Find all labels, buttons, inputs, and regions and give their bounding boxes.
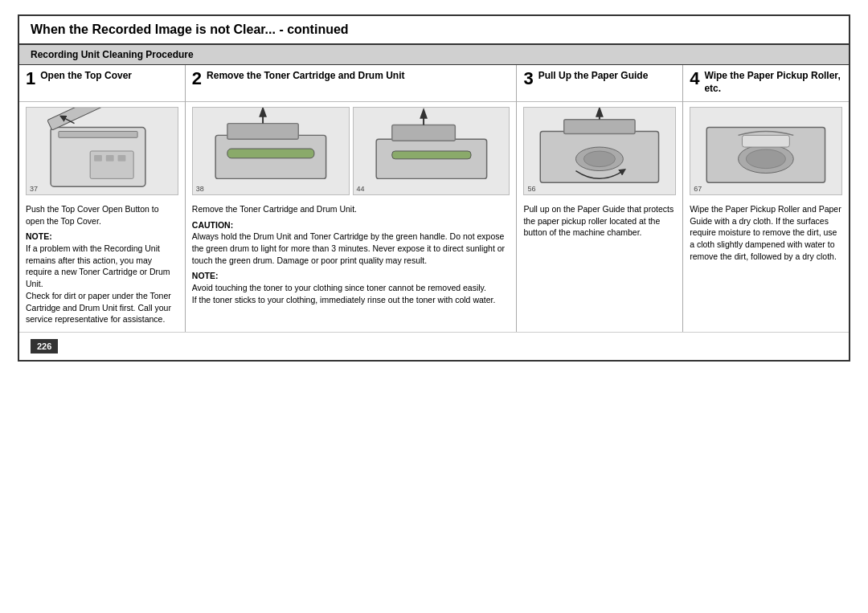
- step-1-note-text: If a problem with the Recording Unit rem…: [26, 243, 171, 324]
- svg-rect-6: [118, 155, 126, 161]
- step-3-col: 3 Pull Up the Paper Guide: [517, 65, 683, 332]
- step-2-col: 2 Remove the Toner Cartridge and Drum Un…: [186, 65, 518, 332]
- step-2-header: 2 Remove the Toner Cartridge and Drum Un…: [186, 65, 517, 102]
- page-title: When the Recorded Image is not Clear... …: [19, 16, 849, 45]
- step-1-body: Push the Top Cover Open Button to open t…: [19, 200, 185, 332]
- step-2-images: 38 44: [192, 107, 510, 195]
- step-3-body-text: Pull up on the Paper Guide that protects…: [523, 204, 674, 237]
- step-3-number: 3: [523, 70, 533, 88]
- section-header: Recording Unit Cleaning Procedure: [19, 45, 849, 65]
- svg-rect-8: [227, 124, 298, 140]
- page-footer: 226: [19, 333, 849, 360]
- step-2-note-text: Avoid touching the toner to your clothin…: [192, 283, 496, 304]
- step-2-image-b: 44: [353, 107, 510, 195]
- step-4-body: Wipe the Paper Pickup Roller and Paper G…: [683, 200, 849, 332]
- step-4-body-text: Wipe the Paper Pickup Roller and Paper G…: [690, 204, 841, 261]
- step-3-header: 3 Pull Up the Paper Guide: [517, 65, 682, 102]
- step-4-col: 4 Wipe the Paper Pickup Roller, etc. 67: [683, 65, 849, 332]
- step-2-number: 2: [192, 70, 202, 88]
- page-container: When the Recorded Image is not Clear... …: [18, 14, 850, 362]
- step-2b-svg: [354, 108, 510, 194]
- step-2-title: Remove the Toner Cartridge and Drum Unit: [207, 70, 404, 83]
- svg-rect-5: [106, 155, 114, 161]
- step-2-body: Remove the Toner Cartridge and Drum Unit…: [186, 200, 517, 332]
- step-2-body-text: Remove the Toner Cartridge and Drum Unit…: [192, 204, 357, 214]
- steps-row: 1 Open the Top Cover: [19, 65, 849, 333]
- step-3-imgnum: 56: [527, 185, 535, 193]
- step-1-number: 1: [26, 70, 35, 88]
- step-3-svg: [524, 108, 675, 194]
- svg-rect-4: [94, 155, 102, 161]
- step-1-imgnum: 37: [30, 185, 38, 193]
- svg-rect-20: [743, 135, 790, 147]
- svg-point-19: [747, 149, 786, 169]
- svg-rect-9: [227, 149, 314, 158]
- svg-rect-2: [59, 131, 137, 137]
- svg-rect-11: [391, 125, 455, 141]
- step-1-title: Open the Top Cover: [40, 70, 132, 83]
- step-1-svg: [27, 108, 178, 194]
- step-3-title: Pull Up the Paper Guide: [538, 70, 649, 83]
- step-4-svg: [690, 108, 841, 194]
- step-1-col: 1 Open the Top Cover: [19, 65, 186, 332]
- step-2a-svg: [193, 108, 349, 194]
- step-1-header: 1 Open the Top Cover: [19, 65, 185, 102]
- svg-point-16: [584, 151, 616, 167]
- step-2-caution-text: Always hold the Drum Unit and Toner Cart…: [192, 231, 505, 264]
- step-4-image: 67: [690, 107, 842, 195]
- step-4-title: Wipe the Paper Pickup Roller, etc.: [704, 70, 842, 95]
- step-1-body-text: Push the Top Cover Open Button to open t…: [26, 204, 159, 226]
- step-3-image: 56: [523, 107, 676, 195]
- step-1-note-label: NOTE:: [26, 231, 178, 243]
- step-4-header: 4 Wipe the Paper Pickup Roller, etc.: [683, 65, 849, 102]
- step-1-image: 37: [26, 107, 178, 195]
- step-2a-imgnum: 38: [196, 185, 204, 193]
- step-4-number: 4: [690, 70, 699, 88]
- step-2-note-label: NOTE:: [192, 270, 510, 282]
- step-2b-imgnum: 44: [357, 185, 365, 193]
- svg-rect-12: [391, 151, 470, 159]
- svg-rect-14: [564, 120, 635, 134]
- step-3-body: Pull up on the Paper Guide that protects…: [517, 200, 682, 332]
- page-number: 226: [31, 339, 58, 353]
- step-2-caution-label: CAUTION:: [192, 219, 510, 231]
- step-4-imgnum: 67: [694, 185, 702, 193]
- step-2-image-a: 38: [192, 107, 350, 195]
